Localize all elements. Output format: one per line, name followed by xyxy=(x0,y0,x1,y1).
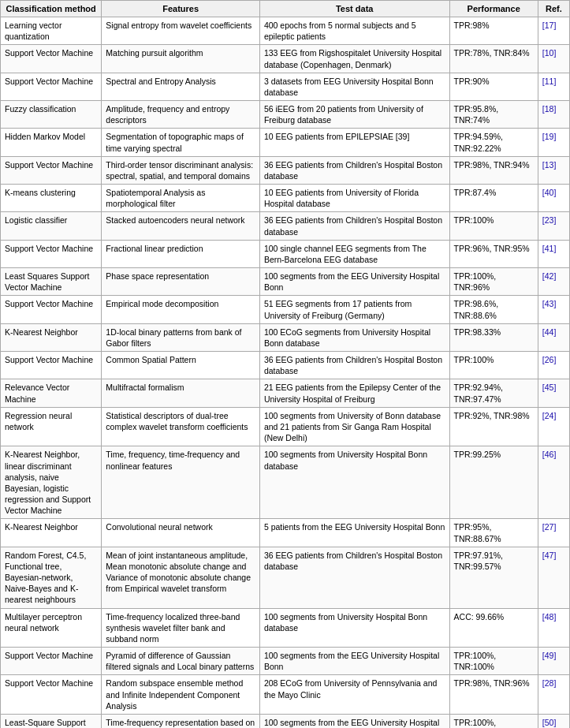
cell-ref[interactable]: [48] xyxy=(538,608,569,648)
cell-testdata: 100 single channel EEG segments from The… xyxy=(259,240,449,267)
cell-performance: TPR:100% xyxy=(449,212,538,240)
cell-testdata: 10 EEG patients from University of Flori… xyxy=(259,185,449,212)
cell-ref[interactable]: [23] xyxy=(538,212,569,240)
cell-features: Stacked autoencoders neural network xyxy=(102,212,260,240)
cell-ref[interactable]: [45] xyxy=(538,379,569,407)
table-row: Multilayer perceptron neural networkTime… xyxy=(1,608,570,648)
cell-testdata: 36 EEG patients from Children's Hospital… xyxy=(259,547,449,608)
cell-performance: TPR:98%, TNR:94% xyxy=(449,156,538,184)
cell-features: Time, frequency, time-frequency and nonl… xyxy=(102,446,260,519)
cell-method: K-means clustering xyxy=(1,185,102,212)
cell-ref[interactable]: [11] xyxy=(538,73,569,100)
cell-performance: TPR:92.94%, TNR:97.47% xyxy=(449,379,538,407)
cell-ref[interactable]: [43] xyxy=(538,296,569,323)
cell-testdata: 51 EEG segments from 17 patients from Un… xyxy=(259,296,449,323)
cell-performance: TPR:92%, TNR:98% xyxy=(449,407,538,446)
cell-method: Support Vector Machine xyxy=(1,45,102,73)
table-row: K-means clusteringSpatiotemporal Analysi… xyxy=(1,185,570,212)
cell-testdata: 36 EEG patients from Children's Hospital… xyxy=(259,212,449,240)
cell-ref[interactable]: [49] xyxy=(538,648,569,675)
cell-method: Multilayer perceptron neural network xyxy=(1,608,102,648)
table-row: Least Squares Support Vector MachinePhas… xyxy=(1,268,570,296)
cell-features: Spectral and Entropy Analysis xyxy=(102,73,260,100)
cell-testdata: 100 segments from the EEG University Hos… xyxy=(259,714,449,728)
cell-ref[interactable]: [50] xyxy=(538,714,569,728)
table-row: Logistic classifierStacked autoencoders … xyxy=(1,212,570,240)
cell-performance: TPR:97.91%, TNR:99.57% xyxy=(449,547,538,608)
cell-method: Support Vector Machine xyxy=(1,675,102,715)
cell-ref[interactable]: [46] xyxy=(538,446,569,519)
header-ref: Ref. xyxy=(538,1,569,17)
cell-testdata: 400 epochs from 5 normal subjects and 5 … xyxy=(259,17,449,45)
table-row: Least-Square Support Vector MachineTime-… xyxy=(1,714,570,728)
cell-ref[interactable]: [40] xyxy=(538,185,569,212)
cell-ref[interactable]: [13] xyxy=(538,156,569,184)
header-testdata: Test data xyxy=(259,1,449,17)
table-row: Support Vector MachinePyramid of differe… xyxy=(1,648,570,675)
cell-performance: TPR:99.25% xyxy=(449,446,538,519)
cell-method: Logistic classifier xyxy=(1,212,102,240)
cell-performance: TPR:98% xyxy=(449,17,538,45)
cell-method: Support Vector Machine xyxy=(1,648,102,675)
cell-features: Phase space representation xyxy=(102,268,260,296)
cell-features: Spatiotemporal Analysis as morphological… xyxy=(102,185,260,212)
cell-features: Fractional linear prediction xyxy=(102,240,260,267)
cell-method: K-Nearest Neighbor, linear discriminant … xyxy=(1,446,102,519)
cell-features: Amplitude, frequency and entropy descrip… xyxy=(102,101,260,129)
cell-performance: TPR:90% xyxy=(449,73,538,100)
cell-features: Mean of joint instantaneous amplitude, M… xyxy=(102,547,260,608)
cell-ref[interactable]: [42] xyxy=(538,268,569,296)
cell-ref[interactable]: [47] xyxy=(538,547,569,608)
cell-ref[interactable]: [27] xyxy=(538,519,569,547)
cell-ref[interactable]: [10] xyxy=(538,45,569,73)
cell-performance: TPR:95.8%, TNR:74% xyxy=(449,101,538,129)
cell-ref[interactable]: [44] xyxy=(538,323,569,351)
cell-testdata: 100 segments from the EEG University Hos… xyxy=(259,268,449,296)
cell-testdata: 133 EEG from Rigshospitalet University H… xyxy=(259,45,449,73)
cell-ref[interactable]: [19] xyxy=(538,129,569,156)
cell-method: Support Vector Machine xyxy=(1,73,102,100)
table-row: Support Vector MachineFractional linear … xyxy=(1,240,570,267)
table-row: K-Nearest Neighbor, linear discriminant … xyxy=(1,446,570,519)
cell-performance: TPR:98%, TNR:96% xyxy=(449,675,538,715)
cell-performance: ACC: 99.66% xyxy=(449,608,538,648)
cell-features: Multifractal formalism xyxy=(102,379,260,407)
cell-performance: TPR:95%, TNR:88.67% xyxy=(449,519,538,547)
cell-features: Statistical descriptors of dual-tree com… xyxy=(102,407,260,446)
cell-features: Time-frequency representation based on t… xyxy=(102,714,260,728)
cell-features: Time-frequency localized three-band synt… xyxy=(102,608,260,648)
cell-ref[interactable]: [26] xyxy=(538,352,569,379)
table-row: Relevance Vector MachineMultifractal for… xyxy=(1,379,570,407)
cell-performance: TPR:94.59%, TNR:92.22% xyxy=(449,129,538,156)
cell-method: Fuzzy classification xyxy=(1,101,102,129)
table-row: Support Vector MachineSpectral and Entro… xyxy=(1,73,570,100)
cell-method: Support Vector Machine xyxy=(1,240,102,267)
cell-ref[interactable]: [41] xyxy=(538,240,569,267)
cell-features: Signal entropy from wavelet coefficients xyxy=(102,17,260,45)
cell-performance: TPR:96%, TNR:95% xyxy=(449,240,538,267)
cell-ref[interactable]: [18] xyxy=(538,101,569,129)
cell-features: 1D-local binary patterns from bank of Ga… xyxy=(102,323,260,351)
cell-method: Support Vector Machine xyxy=(1,352,102,379)
cell-testdata: 100 segments from the EEG University Hos… xyxy=(259,648,449,675)
cell-performance: TPR:87.4% xyxy=(449,185,538,212)
cell-method: Learning vector quantization xyxy=(1,17,102,45)
cell-ref[interactable]: [28] xyxy=(538,675,569,715)
cell-method: Support Vector Machine xyxy=(1,296,102,323)
table-row: Hidden Markov ModelSegmentation of topog… xyxy=(1,129,570,156)
table-row: Random Forest, C4.5, Functional tree, Ba… xyxy=(1,547,570,608)
cell-method: Least-Square Support Vector Machine xyxy=(1,714,102,728)
cell-features: Empirical mode decomposition xyxy=(102,296,260,323)
header-performance: Performance xyxy=(449,1,538,17)
cell-performance: TPR:98.6%, TNR:88.6% xyxy=(449,296,538,323)
cell-features: Pyramid of difference of Gaussian filter… xyxy=(102,648,260,675)
cell-ref[interactable]: [17] xyxy=(538,17,569,45)
header-features: Features xyxy=(102,1,260,17)
cell-testdata: 10 EEG patients from EPILEPSIAE [39] xyxy=(259,129,449,156)
table-row: K-Nearest Neighbor1D-local binary patter… xyxy=(1,323,570,351)
cell-ref[interactable]: [24] xyxy=(538,407,569,446)
table-row: Fuzzy classificationAmplitude, frequency… xyxy=(1,101,570,129)
main-table: Classification method Features Test data… xyxy=(0,0,570,728)
cell-features: Common Spatial Pattern xyxy=(102,352,260,379)
cell-method: Random Forest, C4.5, Functional tree, Ba… xyxy=(1,547,102,608)
